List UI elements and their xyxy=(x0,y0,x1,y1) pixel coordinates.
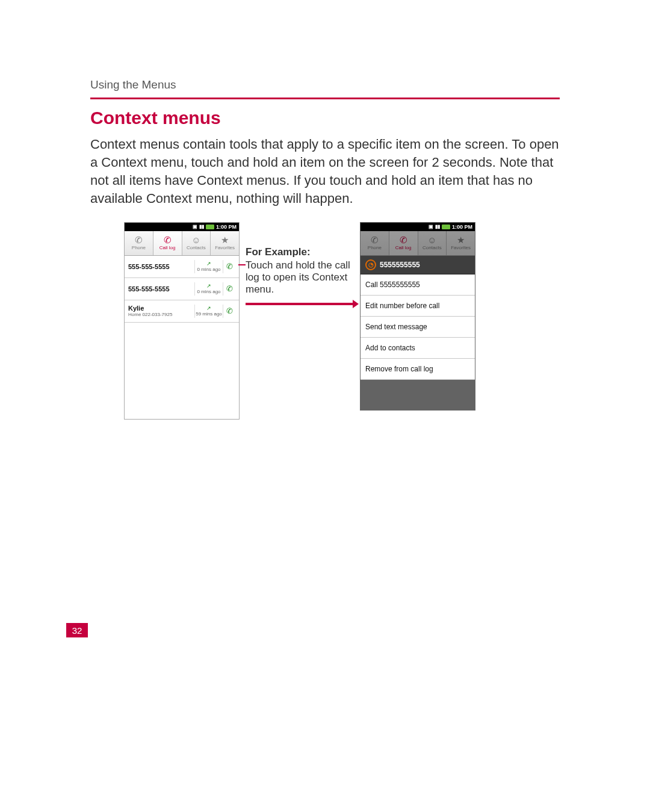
status-bar: ▣ ▮▮ 1:00 PM xyxy=(361,223,475,231)
call-contact: Kylie Home 022-033-7925 xyxy=(128,305,194,317)
battery-icon xyxy=(206,225,214,229)
manual-page: Using the Menus Context menus Context me… xyxy=(0,0,650,812)
context-menu-item[interactable]: Call 5555555555 xyxy=(361,274,475,296)
call-log-row[interactable]: Kylie Home 022-033-7925 ↗ 59 mins ago ✆ xyxy=(125,300,239,323)
context-menu-item[interactable]: Send text message xyxy=(361,317,475,338)
tab-call-log: ✆Call log xyxy=(389,231,418,255)
body-text: Context menus contain tools that apply t… xyxy=(90,135,560,208)
tab-favorites[interactable]: ★ Favorites xyxy=(211,231,239,255)
call-time: 59 mins ago xyxy=(196,311,222,317)
star-icon: ★ xyxy=(221,235,229,244)
annotation: For Example: Touch and hold the call log… xyxy=(246,222,354,306)
dialer-tabs-dimmed: ✆Phone ✆Call log ☺Contacts ★Favorites xyxy=(361,231,475,256)
annotation-text: Touch and hold the call log to open its … xyxy=(246,259,354,296)
signal-icon: ▮▮ xyxy=(435,225,440,229)
call-log-row[interactable]: 555-555-5555 ↗ 0 mins ago ✆ xyxy=(125,278,239,300)
outgoing-icon: ↗ xyxy=(195,284,223,289)
call-button-icon[interactable]: ✆ xyxy=(223,284,235,293)
status-time: 1:00 PM xyxy=(216,224,237,230)
dim-background xyxy=(361,380,475,410)
call-meta: ↗ 0 mins ago xyxy=(194,282,223,296)
guide-line-icon xyxy=(238,264,246,265)
network-icon: ▣ xyxy=(429,225,433,229)
page-title: Context menus xyxy=(90,108,560,128)
figure-row: ▣ ▮▮ 1:00 PM ✆ Phone ✆ Call log ☺ Contac… xyxy=(124,222,560,420)
tab-phone[interactable]: ✆ Phone xyxy=(125,231,153,255)
contact-name: Kylie xyxy=(128,305,144,312)
context-menu-item[interactable]: Add to contacts xyxy=(361,338,475,359)
contacts-icon: ☺ xyxy=(191,235,200,244)
status-bar: ▣ ▮▮ 1:00 PM xyxy=(125,223,239,231)
status-time: 1:00 PM xyxy=(452,224,472,230)
call-meta: ↗ 0 mins ago xyxy=(194,260,223,273)
call-number: 555-555-5555 xyxy=(128,263,194,270)
call-number: 555-555-5555 xyxy=(128,285,194,293)
context-menu-item[interactable]: Remove from call log xyxy=(361,359,475,380)
tab-label: Phone xyxy=(132,245,146,250)
call-time: 0 mins ago xyxy=(197,289,220,294)
context-menu-header: ◔ 5555555555 xyxy=(361,256,475,274)
context-menu-item[interactable]: Edit number before call xyxy=(361,296,475,317)
outgoing-icon: ↗ xyxy=(195,306,223,311)
empty-area xyxy=(125,323,239,419)
tab-label: Favorites xyxy=(215,245,235,250)
tab-call-log[interactable]: ✆ Call log xyxy=(153,231,182,255)
tab-favorites: ★Favorites xyxy=(447,231,475,255)
outgoing-icon: ↗ xyxy=(195,261,223,267)
call-log-icon: ✆ xyxy=(164,235,172,244)
call-button-icon[interactable]: ✆ xyxy=(223,262,235,271)
phone-icon: ✆ xyxy=(135,235,143,244)
annotation-label: For Example: xyxy=(246,246,354,258)
context-menu-number: 5555555555 xyxy=(380,261,420,269)
tab-contacts: ☺Contacts xyxy=(418,231,447,255)
call-button-icon[interactable]: ✆ xyxy=(223,306,235,315)
network-icon: ▣ xyxy=(193,225,197,229)
tab-label: Contacts xyxy=(187,245,206,250)
tab-phone: ✆Phone xyxy=(361,231,389,255)
tab-contacts[interactable]: ☺ Contacts xyxy=(182,231,211,255)
call-log-row[interactable]: 555-555-5555 ↗ 0 mins ago ✆ xyxy=(125,256,239,278)
clock-icon: ◔ xyxy=(365,259,376,270)
section-rule xyxy=(90,98,560,99)
contact-number: Home 022-033-7925 xyxy=(128,312,194,317)
tab-label: Call log xyxy=(159,245,176,250)
phone-call-log: ▣ ▮▮ 1:00 PM ✆ Phone ✆ Call log ☺ Contac… xyxy=(124,222,240,420)
call-time: 0 mins ago xyxy=(197,267,220,272)
battery-icon xyxy=(442,225,450,229)
call-meta: ↗ 59 mins ago xyxy=(194,305,223,318)
dialer-tabs: ✆ Phone ✆ Call log ☺ Contacts ★ Favorite… xyxy=(125,231,239,256)
signal-icon: ▮▮ xyxy=(199,225,204,229)
arrow-icon xyxy=(246,302,354,306)
phone-context-menu: ▣ ▮▮ 1:00 PM ✆Phone ✆Call log ☺Contacts … xyxy=(360,222,475,411)
section-label: Using the Menus xyxy=(90,78,560,91)
page-number: 32 xyxy=(66,623,88,637)
